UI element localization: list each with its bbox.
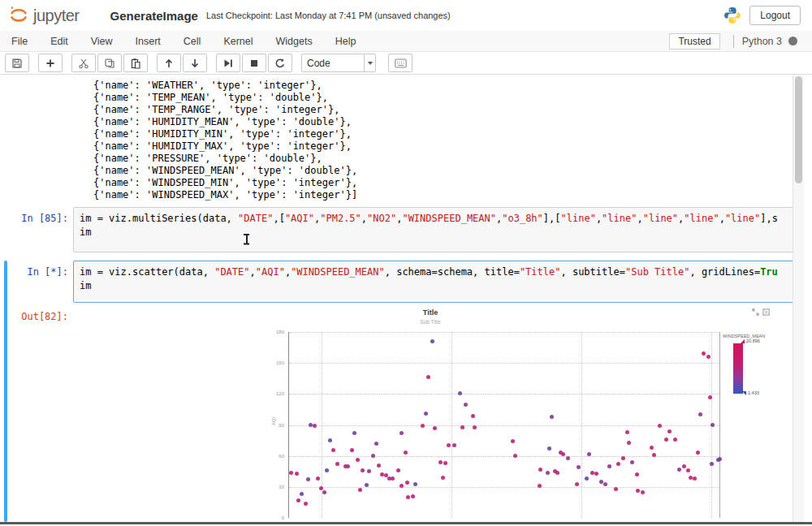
data-point [607,464,611,468]
data-point [702,351,706,356]
data-point [458,391,462,395]
data-point [547,446,551,451]
data-point [404,451,408,455]
data-point [328,438,332,442]
chart-controls [752,308,770,316]
run-cell-button[interactable] [216,54,240,72]
output-line: {'name': 'HUMIDITY_MIN', 'type': 'intege… [93,128,357,140]
add-cell-button[interactable] [38,54,63,72]
expand-chart-icon[interactable] [752,308,759,316]
data-point [352,431,356,435]
data-point [673,438,677,442]
save-button[interactable] [5,54,29,72]
y-tick-label: 120 [266,391,284,396]
data-point [374,442,378,446]
data-point [377,463,381,468]
menu-cell[interactable]: Cell [172,32,213,50]
data-point [406,495,410,499]
paste-icon [130,58,141,69]
data-point [658,424,662,428]
data-point [585,476,589,481]
data-point [346,464,350,468]
scrollbar-thumb[interactable] [795,76,802,183]
menu-view[interactable]: View [80,32,124,50]
data-point [443,461,447,465]
add-cell-icon [45,58,56,69]
move-cell-down-button[interactable] [183,54,207,72]
output-line: {'name': 'HUMIDITY_MEAN', 'type': 'doubl… [93,116,357,128]
code-cell-multiseries[interactable]: im = viz.multiSeries(data, "DATE",["AQI"… [73,207,802,252]
data-point [464,403,468,407]
paste-cells-button[interactable] [123,54,148,72]
data-point [693,476,697,481]
code-line: im [80,279,796,293]
cell-type-select[interactable]: Code [301,54,376,72]
data-point [433,426,437,430]
checkpoint-status: Last Checkpoint: Last Monday at 7:41 PM … [206,11,451,20]
code-cell-scatter[interactable]: im = viz.scatter(data, "DATE","AQI","WIN… [73,261,802,303]
y-tick-label: 90 [266,423,284,428]
output-prompt: Out[82]: [0,311,68,322]
restart-kernel-button[interactable] [268,54,292,72]
run-icon [222,58,234,69]
scrollbar-track[interactable] [793,75,804,522]
data-point [698,412,702,416]
output-line: {'name': 'HUMIDITY_MAX', 'type': 'intege… [93,140,357,153]
export-chart-icon[interactable] [762,308,770,316]
trusted-button[interactable]: Trusted [669,33,719,50]
code-line: im = viz.multiSeries(data, "DATE",["AQI"… [80,212,796,226]
input-prompt: In [*]: [0,266,68,278]
command-palette-button[interactable] [388,54,412,72]
data-point [358,488,362,492]
data-point [411,494,415,498]
data-point [322,490,326,494]
data-point [682,464,686,468]
menu-kernel[interactable]: Kernel [212,32,264,50]
data-point [677,468,681,472]
data-point [396,468,400,472]
notebook-title[interactable]: GenerateImage [110,9,198,23]
menu-help[interactable]: Help [324,32,368,50]
output-line: {'name': 'WINDSPEED_MEAN', 'type': 'doub… [93,165,357,177]
data-point [603,482,607,486]
data-point [296,498,300,502]
select-arrow [364,54,375,71]
restart-kernel-icon [274,58,286,69]
menu-insert[interactable]: Insert [124,32,172,50]
data-point [538,484,542,488]
menu-file[interactable]: File [0,32,39,50]
output-line: {'name': 'WINDSPEED_MIN', 'type': 'integ… [93,177,357,189]
menu-widgets[interactable]: Widgets [265,32,324,50]
text-cursor [243,234,250,244]
data-point [718,457,722,461]
data-point [430,339,434,343]
jupyter-logo[interactable]: jupyter [8,5,80,26]
cut-cell-button[interactable] [71,54,96,72]
data-point [391,476,395,481]
data-point [325,468,329,472]
output-line: {'name': 'TEMP_MEAN', 'type': 'double'}, [93,92,357,104]
data-point [587,452,591,456]
data-point [621,456,625,460]
data-point [641,490,645,494]
legend-colorbar [733,343,743,394]
jupyter-window: jupyter GenerateImage Last Checkpoint: L… [0,0,812,526]
chevron-down-icon [368,62,373,65]
data-point [405,481,409,485]
data-point [313,424,317,428]
data-point [555,471,559,475]
menu-edit[interactable]: Edit [39,32,80,50]
data-point [664,438,668,442]
output-line: {'name': 'PRESSURE', 'type': 'double'}, [93,153,357,165]
chart-title: Title [162,308,698,317]
window-bottom-edge [0,522,812,524]
logout-button[interactable]: Logout [749,6,801,25]
data-point [708,395,712,399]
data-point [550,415,554,419]
scatter-chart: Title Sub Title AQI 0306090120150180 WIN… [162,307,796,526]
data-point [300,492,304,496]
data-point [577,465,581,469]
copy-cells-button[interactable] [97,54,122,72]
move-cell-up-button[interactable] [157,54,181,72]
interrupt-kernel-button[interactable] [242,54,266,72]
